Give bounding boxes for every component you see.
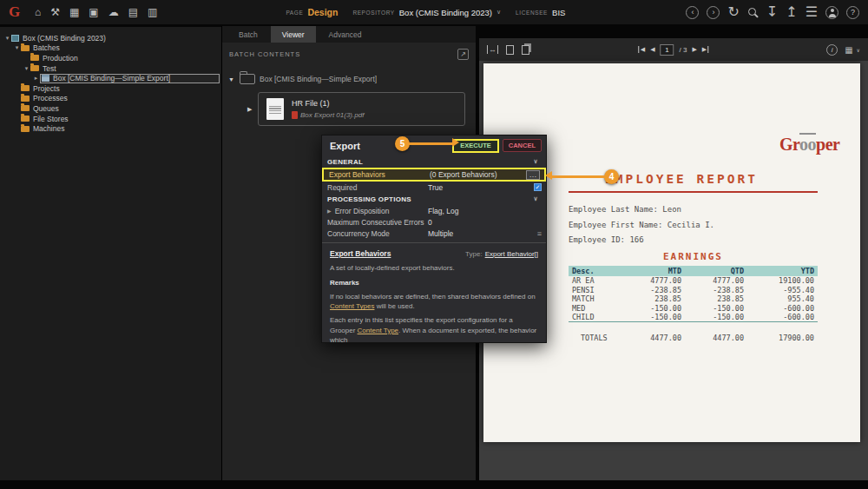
folder-icon — [21, 45, 30, 51]
search-icon[interactable] — [747, 7, 759, 18]
stack-icon[interactable]: ☰ — [806, 5, 818, 19]
repository-value[interactable]: Box (CMIS Binding 2023) — [399, 8, 492, 17]
tab-advanced[interactable]: Advanced — [318, 26, 373, 43]
sidebar-item-processes[interactable]: Processes — [0, 94, 221, 104]
content-type-link[interactable]: Content Type — [358, 327, 398, 334]
back-icon[interactable]: ‹ — [686, 6, 699, 19]
folder-icon — [21, 96, 30, 102]
tab-viewer[interactable]: Viewer — [271, 26, 316, 43]
sidebar-item-test[interactable]: ▾ Test — [0, 63, 221, 74]
multi-page-icon[interactable] — [522, 45, 529, 55]
annotation-step-4: 4 — [604, 169, 619, 184]
tree-expander-icon[interactable]: ▾ — [3, 35, 11, 42]
sidebar-item-machines[interactable]: Machines — [0, 123, 221, 134]
page-number-input[interactable]: 1 — [661, 44, 674, 56]
chevron-down-icon[interactable]: ∨ — [534, 195, 538, 202]
sidebar-item-label: Processes — [33, 94, 68, 102]
hamburger-icon[interactable]: ≡ — [537, 229, 542, 238]
batch-contents-tree: ▼ Box [CMIS Binding—Simple Export] ▶ HR … — [222, 63, 476, 126]
document-card[interactable]: ▶ HR File (1) Box Export 01(3).pdf — [258, 92, 465, 126]
forward-icon[interactable]: › — [707, 6, 720, 19]
batch-contents-header: BATCH CONTENTS ↗ — [222, 43, 476, 63]
layout-grid-icon[interactable]: ▦ — [845, 45, 852, 55]
tab-batch[interactable]: Batch — [227, 26, 269, 43]
tools-icon[interactable]: ⚒ — [50, 7, 60, 17]
tree-expander-icon[interactable]: ▾ — [23, 65, 30, 72]
cancel-button[interactable]: CANCEL — [503, 139, 542, 152]
tab-bar: Batch Viewer Advanced — [222, 26, 476, 43]
required-checkbox[interactable]: ✓ — [534, 183, 542, 191]
sidebar-item-projects[interactable]: Projects — [0, 83, 221, 94]
error-disposition-row[interactable]: ▶ Error Disposition Flag, Log — [322, 205, 546, 216]
processing-options-header[interactable]: PROCESSING OPTIONS ∨ — [322, 193, 546, 205]
export-behaviors-row[interactable]: Export Behaviors (0 Export Behaviors) … — [322, 168, 546, 182]
tree-expander-icon[interactable]: ▸ — [32, 75, 40, 82]
annotation-step-5: 5 — [395, 136, 410, 151]
property-label: Export Behaviors — [329, 170, 430, 179]
single-page-icon[interactable] — [506, 45, 514, 55]
ellipsis-button[interactable]: … — [526, 170, 540, 180]
previous-page-icon[interactable]: ◀ — [650, 46, 654, 53]
fit-width-icon[interactable]: ↔ — [487, 45, 498, 54]
sidebar-item-file-stores[interactable]: File Stores — [0, 114, 221, 124]
sidebar-item-queues[interactable]: Queues — [0, 103, 221, 114]
sidebar-item-box-batch[interactable]: ▸ Box [CMIS Binding—Simple Export] — [0, 73, 221, 83]
col-qtd: QTD — [685, 266, 747, 276]
download-icon[interactable]: ↧ — [766, 5, 778, 19]
page-count-label: / 3 — [680, 46, 687, 54]
sidebar-item-label: Batches — [33, 43, 60, 52]
table-row: PENSI -238.85 -238.85 -955.40 — [569, 286, 818, 295]
content-types-link[interactable]: Content Types — [330, 302, 374, 310]
general-section-header[interactable]: GENERAL ∨ — [322, 155, 546, 168]
help-remark-2: Each entry in this list specifies the ex… — [330, 315, 538, 343]
batch-root-folder[interactable]: ▼ Box [CMIS Binding—Simple Export] — [227, 74, 469, 84]
sidebar-item-label: Box (CMIS Binding 2023) — [23, 34, 106, 43]
top-right-icons: ‹ › ↻ ↧ ↥ ☰ ? — [686, 5, 859, 19]
help-icon[interactable]: ? — [846, 6, 859, 19]
sidebar-item-label: Queues — [33, 104, 59, 113]
upload-icon[interactable]: ↥ — [786, 5, 797, 19]
folders-icon[interactable]: ▤ — [128, 7, 138, 17]
first-page-icon[interactable]: ◀ — [638, 46, 645, 53]
last-page-icon[interactable]: ▶ — [702, 46, 709, 53]
dialog-title: Export — [330, 141, 360, 151]
sidebar-item-batches[interactable]: ▾ Batches — [0, 43, 221, 54]
max-consecutive-errors-row[interactable]: Maximum Consecutive Errors 0 — [322, 216, 546, 228]
type-link[interactable]: Export Behavior[] — [485, 249, 538, 260]
property-label: Concurrency Mode — [327, 229, 428, 238]
expander-open-icon[interactable]: ▼ — [227, 76, 235, 83]
doc-field-employee-id: Employee ID: 166 — [569, 235, 644, 244]
required-row[interactable]: Required True ✓ — [322, 182, 546, 193]
home-icon[interactable]: ⌂ — [35, 7, 41, 17]
expander-closed-icon[interactable]: ▶ — [247, 106, 252, 113]
user-icon[interactable] — [825, 6, 838, 19]
cloud-icon[interactable]: ☁ — [108, 7, 119, 17]
tree-expander-icon[interactable]: ▾ — [13, 44, 21, 51]
popout-icon[interactable]: ↗ — [457, 49, 469, 60]
sidebar-item-label: Test — [43, 64, 56, 73]
sidebar-item-production[interactable]: Production — [0, 53, 221, 63]
stats-icon[interactable]: ▥ — [148, 7, 157, 17]
batches-icon[interactable]: ▦ — [69, 7, 79, 17]
chevron-down-icon[interactable]: ∨ — [496, 9, 501, 16]
info-icon[interactable]: i — [826, 44, 838, 56]
grooper-app: G ⌂ ⚒ ▦ ▣ ☁ ▤ ▥ PAGE Design REPOSITORY B… — [0, 0, 868, 489]
property-value: (0 Export Behaviors) — [430, 170, 526, 179]
help-remark-1: If no local behaviors are defined, then … — [330, 292, 538, 312]
expander-icon[interactable]: ▶ — [327, 208, 332, 214]
grooper-logo[interactable]: G — [9, 3, 24, 21]
pdf-icon — [292, 111, 298, 119]
totals-row: TOTALS 4477.00 4477.00 17900.00 — [569, 334, 818, 342]
page-value[interactable]: Design — [307, 7, 338, 17]
execute-button[interactable]: EXECUTE — [452, 139, 498, 153]
sidebar-item-repository[interactable]: ▾ Box (CMIS Binding 2023) — [0, 33, 221, 43]
export-dialog: Export EXECUTE CANCEL GENERAL ∨ Export B… — [321, 135, 547, 343]
chevron-down-icon[interactable]: ∨ — [534, 158, 538, 165]
concurrency-mode-row[interactable]: Concurrency Mode Multiple ≡ — [322, 228, 546, 239]
refresh-icon[interactable]: ↻ — [727, 5, 739, 19]
next-page-icon[interactable]: ▶ — [692, 46, 696, 53]
package-icon[interactable]: ▣ — [89, 7, 98, 17]
selected-node-outline[interactable]: Box [CMIS Binding—Simple Export] — [40, 74, 220, 83]
col-mtd: MTD — [622, 266, 685, 276]
chevron-down-icon[interactable]: ∨ — [857, 47, 860, 53]
